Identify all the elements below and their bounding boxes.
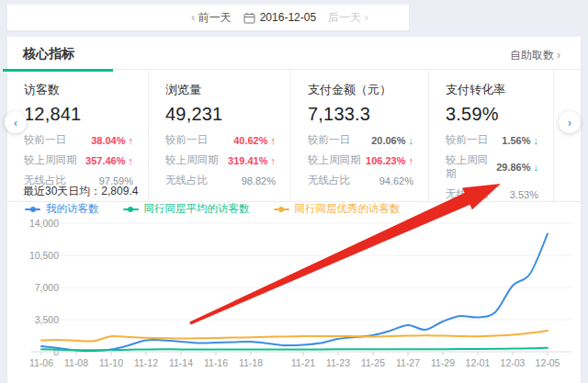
- svg-text:12-05: 12-05: [536, 357, 560, 368]
- legend-item-my-visitors[interactable]: 我的访客数: [25, 202, 99, 216]
- current-date: 2016-12-05: [260, 11, 316, 24]
- svg-text:11-21: 11-21: [291, 357, 315, 368]
- date-navigation: ‹ 前一天 2016-12-05 后一天 ›: [191, 5, 368, 30]
- svg-text:11-29: 11-29: [431, 357, 455, 368]
- chevron-right-icon: ›: [557, 49, 560, 62]
- metric-row: 较上周同期106.23%↑: [308, 153, 413, 167]
- metric-value: 3.59%: [446, 104, 538, 125]
- chevron-right-icon: ›: [364, 10, 368, 24]
- chart-legend: 我的访客数 同行同层平均的访客数 同行同层优秀的访客数: [25, 202, 401, 216]
- svg-text:11-25: 11-25: [361, 357, 385, 368]
- self-service-data-link[interactable]: 自助取数›: [510, 48, 560, 63]
- metric-row: 较上周同期29.86%↓: [446, 153, 538, 181]
- legend-line-marker: [25, 208, 40, 210]
- metric-label: 浏览量: [165, 82, 276, 98]
- metric-card-conversion-rate[interactable]: 支付转化率 3.59% 较前一日1.56%↓ 较上周同期29.86%↓ 无线转化…: [429, 70, 554, 201]
- svg-text:11-06: 11-06: [29, 357, 53, 368]
- next-day-button[interactable]: 后一天 ›: [328, 10, 368, 26]
- up-arrow-icon: ↑: [129, 155, 134, 166]
- metric-row: 无线占比94.62%: [308, 174, 413, 187]
- core-metrics-panel: 核心指标 自助取数› 访客数 12,841 较前一日38.04%↑ 较上周同期3…: [7, 37, 581, 383]
- svg-text:11-08: 11-08: [64, 357, 88, 368]
- metric-value: 49,231: [165, 104, 276, 125]
- up-arrow-icon: ↑: [271, 135, 277, 146]
- legend-line-marker: [123, 208, 139, 210]
- metric-row: 较前一日40.62%↑: [165, 133, 276, 147]
- svg-text:11-14: 11-14: [169, 357, 193, 368]
- active-tab-indicator: [3, 69, 113, 72]
- svg-text:7,000: 7,000: [35, 282, 59, 293]
- svg-text:11-23: 11-23: [326, 357, 350, 368]
- svg-text:12-01: 12-01: [466, 357, 491, 368]
- up-arrow-icon: ↑: [409, 155, 414, 166]
- metric-card-visitors[interactable]: 访客数 12,841 较前一日38.04%↑ 较上周同期357.46%↑ 无线占…: [7, 70, 149, 201]
- panel-title: 核心指标: [23, 46, 74, 62]
- svg-text:11-27: 11-27: [396, 357, 420, 368]
- chart-title: 最近30天日均：2,809.4: [23, 184, 138, 199]
- metric-cards-row: 访客数 12,841 较前一日38.04%↑ 较上周同期357.46%↑ 无线占…: [7, 69, 581, 202]
- svg-text:11-12: 11-12: [134, 357, 158, 368]
- svg-text:12-03: 12-03: [501, 357, 526, 368]
- svg-text:11-18: 11-18: [239, 357, 263, 368]
- metric-card-payment-amount[interactable]: 支付金额（元） 7,133.3 较前一日20.06%↓ 较上周同期106.23%…: [291, 70, 429, 201]
- carousel-next-button[interactable]: ›: [559, 111, 581, 133]
- metric-row: 无线占比98.82%: [165, 174, 276, 187]
- down-arrow-icon: ↓: [409, 135, 414, 146]
- svg-text:11-16: 11-16: [204, 357, 228, 368]
- carousel-prev-button[interactable]: ‹: [5, 111, 27, 133]
- metric-row: 较前一日20.06%↓: [308, 133, 413, 147]
- metric-label: 支付转化率: [446, 82, 538, 98]
- date-toolbar: ‹ 前一天 2016-12-05 后一天 ›: [7, 5, 409, 30]
- prev-day-button[interactable]: ‹ 前一天: [191, 10, 232, 26]
- metric-row: 无线转化3.53%: [446, 187, 538, 201]
- up-arrow-icon: ↑: [271, 155, 277, 166]
- metric-row: 较上周同期319.41%↑: [165, 153, 276, 167]
- visitors-chart[interactable]: 03,5007,00010,50014,00011-0611-0811-1011…: [17, 217, 579, 375]
- down-arrow-icon: ↓: [534, 135, 539, 146]
- metric-value: 7,133.3: [308, 104, 413, 125]
- panel-header: 核心指标 自助取数›: [7, 37, 581, 69]
- cards-row-filler: [554, 70, 581, 201]
- calendar-icon: [243, 12, 255, 24]
- metric-row: 较上周同期357.46%↑: [24, 153, 133, 167]
- metric-row: 较前一日1.56%↓: [446, 133, 538, 147]
- svg-text:14,000: 14,000: [29, 218, 59, 229]
- date-picker[interactable]: 2016-12-05: [243, 11, 316, 24]
- svg-text:3,500: 3,500: [35, 314, 59, 325]
- metric-card-pageviews[interactable]: 浏览量 49,231 较前一日40.62%↑ 较上周同期319.41%↑ 无线占…: [149, 70, 291, 201]
- metric-label: 支付金额（元）: [308, 82, 413, 98]
- metric-row: 较前一日38.04%↑: [24, 133, 133, 147]
- svg-text:11-10: 11-10: [99, 357, 123, 368]
- metric-value: 12,841: [24, 104, 133, 125]
- legend-item-peer-excellent[interactable]: 同行同层优秀的访客数: [274, 202, 401, 216]
- down-arrow-icon: ↓: [534, 162, 539, 173]
- legend-line-marker: [274, 208, 289, 210]
- up-arrow-icon: ↑: [129, 135, 134, 146]
- svg-text:10,500: 10,500: [29, 250, 59, 261]
- metric-label: 访客数: [24, 82, 133, 98]
- chevron-left-icon: ‹: [191, 10, 195, 24]
- legend-item-peer-average[interactable]: 同行同层平均的访客数: [123, 202, 250, 216]
